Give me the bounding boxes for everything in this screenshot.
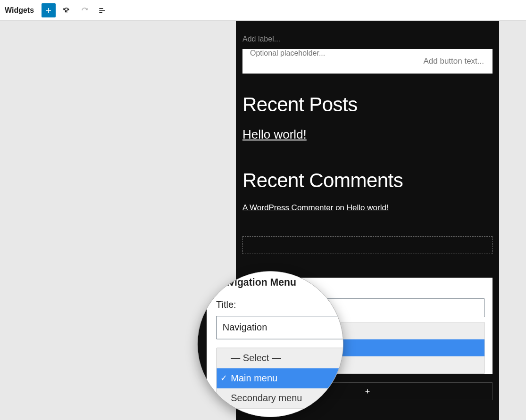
nav-title-input[interactable] <box>250 298 485 317</box>
comment-connector: on <box>333 203 346 212</box>
block-drop-zone[interactable] <box>242 236 493 254</box>
comment-item: A WordPress Commenter on Hello world! <box>242 203 493 213</box>
comment-post-link[interactable]: Hello world! <box>347 203 389 212</box>
option-placeholder[interactable]: — Select — <box>250 322 484 339</box>
option-secondary-menu[interactable]: Secondary menu <box>250 356 484 373</box>
navigation-menu-widget[interactable]: Title: — Select — Main menu Secondary me… <box>242 278 493 374</box>
search-block[interactable]: Add label... Optional placeholder... Add… <box>236 21 499 79</box>
redo-button[interactable] <box>77 3 92 17</box>
list-view-button[interactable] <box>95 3 109 17</box>
undo-icon <box>62 6 71 15</box>
search-button-text[interactable]: Add button text... <box>415 49 493 74</box>
widget-area-footer: Add label... Optional placeholder... Add… <box>236 21 499 420</box>
search-input[interactable]: Optional placeholder... <box>242 49 415 74</box>
block-appender[interactable] <box>242 382 493 400</box>
search-row: Optional placeholder... Add button text.… <box>242 49 493 74</box>
recent-posts-heading: Recent Posts <box>242 93 493 116</box>
recent-comments-block[interactable]: Recent Comments A WordPress Commenter on… <box>236 147 499 217</box>
plus-icon <box>363 387 372 395</box>
search-label-placeholder[interactable]: Add label... <box>242 35 493 43</box>
nav-title-label: Title: <box>250 285 485 295</box>
nav-menu-select[interactable]: — Select — Main menu Secondary menu <box>250 322 485 374</box>
recent-comments-heading: Recent Comments <box>242 169 493 192</box>
editor-canvas: Add label... Optional placeholder... Add… <box>0 21 526 420</box>
page-title: Widgets <box>5 6 34 15</box>
option-main-menu[interactable]: Main menu <box>250 339 484 356</box>
redo-icon <box>80 6 89 15</box>
post-link[interactable]: Hello world! <box>242 127 307 142</box>
list-view-icon <box>98 6 107 15</box>
undo-button[interactable] <box>59 3 74 17</box>
recent-posts-block[interactable]: Recent Posts Hello world! <box>236 79 499 147</box>
plus-icon <box>44 6 53 15</box>
comment-author-link[interactable]: A WordPress Commenter <box>242 203 333 212</box>
toolbar: Widgets <box>0 0 526 21</box>
add-block-button[interactable] <box>42 3 56 17</box>
